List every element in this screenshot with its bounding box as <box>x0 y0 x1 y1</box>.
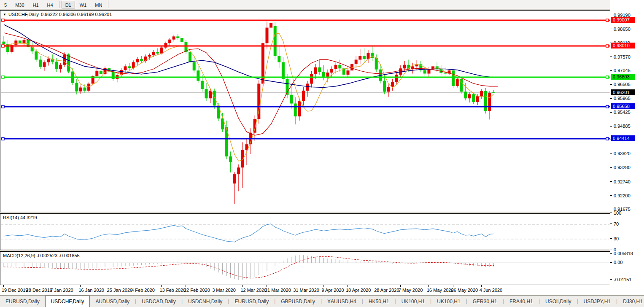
candle-body <box>47 59 50 62</box>
tab-eurusd-daily[interactable]: EURUSD,Daily <box>0 296 45 307</box>
candle-body <box>347 70 350 75</box>
tab-ger30-h1[interactable]: GER30,H1 <box>467 296 503 307</box>
candle-body <box>387 87 390 92</box>
axis-tick-mark <box>610 126 612 127</box>
timeframe-button-h4[interactable]: H4 <box>43 1 57 8</box>
date-axis-label: 3 Mar 2020 <box>212 288 236 293</box>
candle-body <box>128 66 131 68</box>
chart-tabs-bar: EURUSD,DailyUSDCHF,DailyAUDUSD,Daily|USD… <box>0 295 644 307</box>
rsi-axis-label: 70 <box>614 221 619 227</box>
macd-canvas[interactable] <box>0 252 610 285</box>
axis-tick-mark <box>610 154 612 154</box>
date-tick-mark <box>133 285 133 287</box>
hline-handle[interactable] <box>2 137 4 140</box>
candle-body <box>59 65 62 69</box>
timeframe-button-h1[interactable]: H1 <box>29 1 43 8</box>
candle-body <box>423 70 426 74</box>
timeframe-button-w1[interactable]: W1 <box>76 1 91 8</box>
axis-tick-mark <box>610 112 612 113</box>
candle-body <box>456 79 459 86</box>
tab-usoil-daily[interactable]: USOil,Daily <box>540 296 577 307</box>
tab-hk50-h1[interactable]: HK50,H1 <box>363 296 395 307</box>
date-axis-label: 21 Mar 2020 <box>265 288 291 293</box>
candle-body <box>148 55 151 57</box>
timeframe-button-d1[interactable]: D1 <box>62 1 75 8</box>
date-tick-mark <box>28 285 28 287</box>
price-axis-label: 0.95425 <box>614 109 631 115</box>
candle-body <box>136 59 139 62</box>
rsi-canvas[interactable] <box>0 214 610 250</box>
candle-body <box>233 174 236 183</box>
date-tick-mark <box>267 285 267 287</box>
axis-tick-mark <box>610 262 612 263</box>
date-axis[interactable]: 19 Dec 201928 Dec 20197 Jan 202016 Jan 2… <box>0 285 610 295</box>
date-axis-label: 13 Feb 2020 <box>159 288 186 293</box>
tab-uk100-h1[interactable]: UK100,H1 <box>431 296 466 307</box>
candle-body <box>338 65 341 69</box>
macd-panel[interactable]: MACD(12,26,9) -0.002523 -0.001855 <box>0 251 610 285</box>
price-axis[interactable]: 0.991900.986500.981100.975700.970450.965… <box>610 0 644 295</box>
price-chart-canvas[interactable] <box>0 11 610 212</box>
axis-tick-mark <box>610 238 612 239</box>
hline-handle[interactable] <box>606 19 609 22</box>
chart-ohlc-values: 0.96222 0.96306 0.96199 0.96201 <box>41 12 112 17</box>
timeframe-button-mn[interactable]: MN <box>91 1 106 8</box>
tab-usdcad-daily[interactable]: USDCAD,Daily <box>136 296 181 307</box>
hline-handle[interactable] <box>2 76 4 78</box>
hline-handle[interactable] <box>606 45 609 47</box>
tab-usdchf-daily[interactable]: USDCHF,Daily <box>45 296 90 307</box>
axis-tick-mark <box>610 181 612 182</box>
hline-handle[interactable] <box>606 76 609 78</box>
tab-dj30-h1[interactable]: DJ30,H1 <box>617 296 644 307</box>
candle-body <box>464 92 467 98</box>
candle-body <box>100 71 102 74</box>
price-chart-panel[interactable]: ▼ USDCHF,Daily 0.96222 0.96306 0.96199 0… <box>0 10 610 212</box>
candle-body <box>452 70 455 86</box>
tab-usdjpy-h1[interactable]: USDJPY,H1 <box>578 296 616 307</box>
candle-body <box>326 73 329 77</box>
price-axis-label: 0.92200 <box>614 193 631 199</box>
tab-gbpusd-daily[interactable]: GBPUSD,Daily <box>275 296 321 307</box>
candle-body <box>302 91 305 101</box>
date-tick-mark <box>295 285 295 287</box>
tab-xauusd-h4[interactable]: XAUUSD,H4 <box>322 296 362 307</box>
rsi-axis-label: 30 <box>614 236 619 242</box>
rsi-panel[interactable]: RSI(14) 44.3219 <box>0 213 610 250</box>
ma-slow-line <box>4 24 502 87</box>
tab-audusd-daily[interactable]: AUDUSD,Daily <box>90 296 135 307</box>
toolbar-separator <box>108 1 108 8</box>
chevron-down-icon[interactable]: ▼ <box>3 13 6 16</box>
axis-tick-mark <box>610 224 612 224</box>
price-badge-0.99007: 0.99007 <box>611 17 635 23</box>
price-axis-label: 0.97570 <box>614 54 631 60</box>
candle-body <box>39 59 42 67</box>
tab-usdcnh-daily[interactable]: USDCNH,Daily <box>183 296 228 307</box>
candle-body <box>269 23 272 28</box>
axis-tick-mark <box>610 15 612 15</box>
candle-body <box>95 71 98 76</box>
date-tick-mark <box>214 285 214 287</box>
timeframe-button-m30[interactable]: M30 <box>11 1 28 8</box>
macd-axis-label: 0.00 <box>614 259 622 265</box>
tab-fra40-h1[interactable]: FRA40,H1 <box>504 296 539 307</box>
candle-body <box>193 62 196 71</box>
candle-body <box>306 83 309 91</box>
hline-handle[interactable] <box>606 137 609 140</box>
hline-handle[interactable] <box>2 105 4 108</box>
hline-handle[interactable] <box>2 45 4 47</box>
candle-body <box>156 52 159 54</box>
timeframe-button-5[interactable]: 5 <box>0 1 11 8</box>
candle-body <box>310 74 313 84</box>
axis-tick-mark <box>610 195 612 196</box>
date-axis-label: 22 Feb 2020 <box>184 288 210 293</box>
price-badge-0.96201: 0.96201 <box>611 89 635 95</box>
trading-terminal: 5M30H1H4D1W1MN ▼ USDCHF,Daily 0.96222 0.… <box>0 0 644 307</box>
tab-eurusd-daily[interactable]: EURUSD,Daily <box>229 296 274 307</box>
date-axis-label: 18 Apr 2020 <box>346 288 371 293</box>
hline-handle[interactable] <box>606 105 609 108</box>
hline-handle[interactable] <box>2 19 4 22</box>
price-axis-label: 0.93280 <box>614 164 631 170</box>
axis-tick-mark <box>610 279 612 280</box>
tab-uk100-h1[interactable]: UK100,H1 <box>396 296 430 307</box>
candle-body <box>298 101 301 116</box>
